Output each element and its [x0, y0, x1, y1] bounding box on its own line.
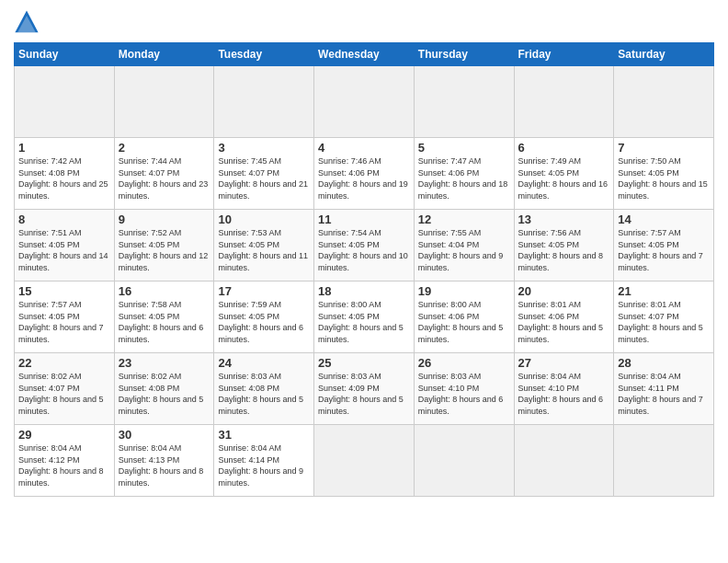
day-info: Sunrise: 7:44 AMSunset: 4:07 PMDaylight:…: [119, 155, 210, 201]
calendar-cell: 22Sunrise: 8:02 AMSunset: 4:07 PMDayligh…: [15, 353, 115, 425]
day-info: Sunrise: 7:53 AMSunset: 4:05 PMDaylight:…: [218, 227, 310, 273]
calendar-cell: 13Sunrise: 7:56 AMSunset: 4:05 PMDayligh…: [514, 210, 614, 282]
day-number: 29: [18, 428, 110, 442]
day-number: 12: [418, 213, 510, 226]
header-friday: Friday: [514, 43, 614, 66]
calendar-cell: [614, 425, 714, 497]
day-number: 11: [318, 213, 410, 226]
day-number: 4: [318, 141, 410, 155]
day-number: 8: [18, 213, 110, 226]
calendar-cell: 19Sunrise: 8:00 AMSunset: 4:06 PMDayligh…: [414, 282, 514, 353]
day-info: Sunrise: 8:04 AMSunset: 4:12 PMDaylight:…: [18, 442, 110, 488]
day-number: 6: [518, 141, 610, 155]
day-number: 24: [218, 356, 310, 370]
calendar-cell: 21Sunrise: 8:01 AMSunset: 4:07 PMDayligh…: [614, 282, 714, 353]
calendar-cell: 2Sunrise: 7:44 AMSunset: 4:07 PMDaylight…: [114, 138, 214, 210]
day-info: Sunrise: 8:00 AMSunset: 4:06 PMDaylight:…: [418, 299, 510, 345]
calendar-cell: [414, 425, 514, 497]
day-number: 1: [18, 141, 110, 155]
day-info: Sunrise: 7:59 AMSunset: 4:05 PMDaylight:…: [218, 299, 310, 345]
day-number: 18: [318, 284, 410, 298]
calendar-cell: 15Sunrise: 7:57 AMSunset: 4:05 PMDayligh…: [15, 282, 115, 353]
day-number: 3: [218, 141, 310, 155]
day-info: Sunrise: 8:04 AMSunset: 4:10 PMDaylight:…: [518, 371, 610, 417]
week-row-0: [15, 66, 714, 138]
day-info: Sunrise: 8:03 AMSunset: 4:09 PMDaylight:…: [318, 371, 410, 417]
calendar-cell: 9Sunrise: 7:52 AMSunset: 4:05 PMDaylight…: [114, 210, 214, 282]
header-tuesday: Tuesday: [214, 43, 314, 66]
day-info: Sunrise: 8:01 AMSunset: 4:07 PMDaylight:…: [618, 299, 710, 345]
header-thursday: Thursday: [414, 43, 514, 66]
day-info: Sunrise: 8:03 AMSunset: 4:10 PMDaylight:…: [418, 371, 510, 417]
calendar-cell: 31Sunrise: 8:04 AMSunset: 4:14 PMDayligh…: [214, 425, 314, 497]
week-row-4: 22Sunrise: 8:02 AMSunset: 4:07 PMDayligh…: [15, 353, 714, 425]
week-row-2: 8Sunrise: 7:51 AMSunset: 4:05 PMDaylight…: [15, 210, 714, 282]
day-info: Sunrise: 8:04 AMSunset: 4:14 PMDaylight:…: [218, 442, 310, 488]
header-saturday: Saturday: [614, 43, 714, 66]
day-number: 14: [618, 213, 710, 226]
day-info: Sunrise: 7:47 AMSunset: 4:06 PMDaylight:…: [418, 155, 510, 201]
day-number: 23: [119, 356, 210, 370]
day-info: Sunrise: 8:02 AMSunset: 4:07 PMDaylight:…: [18, 371, 110, 417]
calendar-cell: 29Sunrise: 8:04 AMSunset: 4:12 PMDayligh…: [15, 425, 115, 497]
day-number: 26: [418, 356, 510, 370]
day-number: 19: [418, 284, 510, 298]
header-monday: Monday: [114, 43, 214, 66]
day-info: Sunrise: 8:00 AMSunset: 4:05 PMDaylight:…: [318, 299, 410, 345]
day-info: Sunrise: 7:55 AMSunset: 4:04 PMDaylight:…: [418, 227, 510, 273]
day-number: 31: [218, 428, 310, 442]
calendar-cell: 12Sunrise: 7:55 AMSunset: 4:04 PMDayligh…: [414, 210, 514, 282]
day-info: Sunrise: 8:02 AMSunset: 4:08 PMDaylight:…: [119, 371, 210, 417]
page-container: SundayMondayTuesdayWednesdayThursdayFrid…: [0, 0, 728, 506]
day-number: 30: [119, 428, 210, 442]
calendar-body: 1Sunrise: 7:42 AMSunset: 4:08 PMDaylight…: [15, 66, 714, 497]
day-info: Sunrise: 7:50 AMSunset: 4:05 PMDaylight:…: [618, 155, 710, 201]
calendar-cell: 16Sunrise: 7:58 AMSunset: 4:05 PMDayligh…: [114, 282, 214, 353]
day-number: 2: [119, 141, 210, 155]
calendar-cell: [15, 66, 115, 138]
week-row-5: 29Sunrise: 8:04 AMSunset: 4:12 PMDayligh…: [15, 425, 714, 497]
calendar-cell: 10Sunrise: 7:53 AMSunset: 4:05 PMDayligh…: [214, 210, 314, 282]
day-number: 28: [618, 356, 710, 370]
day-number: 25: [318, 356, 410, 370]
calendar-cell: 23Sunrise: 8:02 AMSunset: 4:08 PMDayligh…: [114, 353, 214, 425]
day-info: Sunrise: 7:42 AMSunset: 4:08 PMDaylight:…: [18, 155, 110, 201]
day-info: Sunrise: 8:04 AMSunset: 4:13 PMDaylight:…: [119, 442, 210, 488]
day-number: 16: [119, 284, 210, 298]
day-info: Sunrise: 7:58 AMSunset: 4:05 PMDaylight:…: [119, 299, 210, 345]
calendar-cell: [314, 66, 415, 138]
calendar-cell: 25Sunrise: 8:03 AMSunset: 4:09 PMDayligh…: [314, 353, 415, 425]
day-number: 20: [518, 284, 610, 298]
day-number: 27: [518, 356, 610, 370]
day-number: 5: [418, 141, 510, 155]
calendar-cell: [614, 66, 714, 138]
calendar-cell: [314, 425, 415, 497]
day-number: 15: [18, 284, 110, 298]
day-info: Sunrise: 7:57 AMSunset: 4:05 PMDaylight:…: [618, 227, 710, 273]
calendar-cell: 4Sunrise: 7:46 AMSunset: 4:06 PMDaylight…: [314, 138, 415, 210]
day-number: 13: [518, 213, 610, 226]
calendar-cell: 14Sunrise: 7:57 AMSunset: 4:05 PMDayligh…: [614, 210, 714, 282]
calendar-cell: [214, 66, 314, 138]
logo: [14, 9, 41, 35]
calendar-cell: 7Sunrise: 7:50 AMSunset: 4:05 PMDaylight…: [614, 138, 714, 210]
calendar-cell: [414, 66, 514, 138]
calendar-cell: 24Sunrise: 8:03 AMSunset: 4:08 PMDayligh…: [214, 353, 314, 425]
week-row-3: 15Sunrise: 7:57 AMSunset: 4:05 PMDayligh…: [15, 282, 714, 353]
calendar-cell: 30Sunrise: 8:04 AMSunset: 4:13 PMDayligh…: [114, 425, 214, 497]
calendar-cell: [514, 66, 614, 138]
calendar-cell: 26Sunrise: 8:03 AMSunset: 4:10 PMDayligh…: [414, 353, 514, 425]
header-sunday: Sunday: [15, 43, 115, 66]
calendar-table: SundayMondayTuesdayWednesdayThursdayFrid…: [14, 42, 714, 497]
day-info: Sunrise: 8:03 AMSunset: 4:08 PMDaylight:…: [218, 371, 310, 417]
calendar-header: SundayMondayTuesdayWednesdayThursdayFrid…: [15, 43, 714, 66]
day-info: Sunrise: 8:01 AMSunset: 4:06 PMDaylight:…: [518, 299, 610, 345]
day-info: Sunrise: 7:54 AMSunset: 4:05 PMDaylight:…: [318, 227, 410, 273]
calendar-cell: 20Sunrise: 8:01 AMSunset: 4:06 PMDayligh…: [514, 282, 614, 353]
logo-icon: [14, 9, 40, 35]
calendar-cell: 8Sunrise: 7:51 AMSunset: 4:05 PMDaylight…: [15, 210, 115, 282]
calendar-cell: 28Sunrise: 8:04 AMSunset: 4:11 PMDayligh…: [614, 353, 714, 425]
calendar-cell: 27Sunrise: 8:04 AMSunset: 4:10 PMDayligh…: [514, 353, 614, 425]
day-info: Sunrise: 7:45 AMSunset: 4:07 PMDaylight:…: [218, 155, 310, 201]
calendar-cell: 6Sunrise: 7:49 AMSunset: 4:05 PMDaylight…: [514, 138, 614, 210]
